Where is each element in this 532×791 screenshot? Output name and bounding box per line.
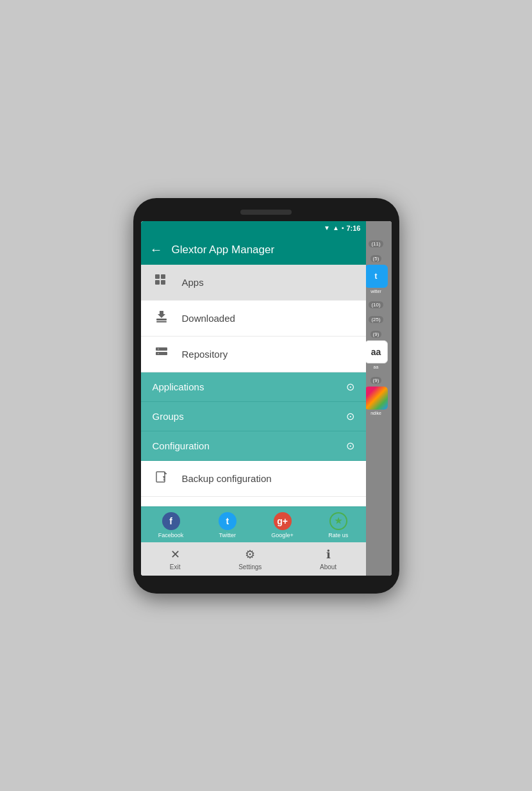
phone-device: (11) (5) t witter (10) (25) (9) aa aa (9… xyxy=(133,198,399,594)
wifi-icon: ▼ xyxy=(324,224,330,231)
about-button[interactable]: ℹ About xyxy=(320,547,337,570)
exit-button[interactable]: ✕ Exit xyxy=(170,547,181,570)
phone-speaker xyxy=(240,210,292,215)
backup-label: Backup configuration xyxy=(182,473,272,484)
about-label: About xyxy=(320,563,337,570)
apps-icon xyxy=(153,274,170,291)
configuration-label: Configuration xyxy=(153,440,210,451)
exit-label: Exit xyxy=(170,563,181,570)
google-icon: g+ xyxy=(274,512,292,530)
settings-icon: ⚙ xyxy=(245,547,255,562)
facebook-label: Facebook xyxy=(158,532,184,538)
menu-item-repository[interactable]: Repository xyxy=(141,337,366,372)
svg-rect-1 xyxy=(161,274,165,279)
downloaded-label: Downloaded xyxy=(182,313,235,324)
bg-twitter-label: witter xyxy=(370,289,381,294)
backup-icon xyxy=(153,470,170,487)
rateus-label: Rate us xyxy=(328,532,348,538)
battery-icon: ▪ xyxy=(342,224,344,231)
applications-label: Applications xyxy=(153,381,204,392)
status-time: 7:16 xyxy=(346,224,360,232)
menu-item-backup[interactable]: Backup configuration xyxy=(141,461,366,497)
signal-icon: ▲ xyxy=(333,224,339,231)
google-label: Google+ xyxy=(271,532,293,538)
about-icon: ℹ xyxy=(326,547,331,562)
menu-item-restore[interactable]: Restore configuration xyxy=(141,497,366,506)
status-bar: ▼ ▲ ▪ 7:16 xyxy=(141,221,366,235)
facebook-button[interactable]: f Facebook xyxy=(158,512,184,538)
star-icon: ★ xyxy=(329,512,347,530)
bg-aa-label: aa xyxy=(374,365,379,369)
action-bar: ✕ Exit ⚙ Settings ℹ About xyxy=(141,542,366,576)
twitter-label: Twitter xyxy=(219,532,237,538)
download-icon xyxy=(153,310,170,327)
svg-rect-3 xyxy=(161,280,165,285)
bg-badge-2: (5) xyxy=(370,255,382,262)
bg-badge-6: (9) xyxy=(370,377,382,384)
exit-icon: ✕ xyxy=(170,547,180,562)
svg-rect-0 xyxy=(155,274,160,279)
settings-button[interactable]: ⚙ Settings xyxy=(238,547,262,570)
bg-photos-label: ndike xyxy=(370,411,381,415)
section-configuration[interactable]: Configuration ⊙ xyxy=(141,431,366,461)
twitter-social-icon: t xyxy=(219,512,237,530)
section-groups[interactable]: Groups ⊙ xyxy=(141,402,366,431)
phone-screen: (11) (5) t witter (10) (25) (9) aa aa (9… xyxy=(141,221,392,576)
bg-badge-4: (25) xyxy=(369,316,383,323)
section-applications[interactable]: Applications ⊙ xyxy=(141,372,366,402)
svg-rect-9 xyxy=(158,348,159,349)
navigation-drawer: ▼ ▲ ▪ 7:16 ← Glextor App Manager xyxy=(141,221,366,576)
settings-label: Settings xyxy=(238,563,262,570)
aa-app-icon: aa xyxy=(365,340,388,363)
applications-chevron: ⊙ xyxy=(346,381,354,393)
svg-rect-4 xyxy=(156,319,167,321)
rateus-button[interactable]: ★ Rate us xyxy=(328,512,348,538)
svg-marker-6 xyxy=(158,311,165,318)
menu-item-downloaded[interactable]: Downloaded xyxy=(141,301,366,337)
twitter-button[interactable]: t Twitter xyxy=(219,512,237,538)
svg-rect-8 xyxy=(156,352,167,355)
svg-rect-10 xyxy=(158,353,159,354)
bg-badge-1: (11) xyxy=(369,240,383,247)
bg-badge-5: (9) xyxy=(370,331,382,338)
menu-list: Apps Downloaded xyxy=(141,265,366,506)
groups-chevron: ⊙ xyxy=(346,410,354,422)
back-button[interactable]: ← xyxy=(150,242,163,257)
svg-rect-2 xyxy=(155,280,160,285)
app-header: ← Glextor App Manager xyxy=(141,235,366,265)
apps-label: Apps xyxy=(182,277,204,288)
social-bar: f Facebook t Twitter g+ Google+ ★ Rate u… xyxy=(141,506,366,542)
svg-rect-7 xyxy=(156,347,167,351)
groups-label: Groups xyxy=(153,411,184,422)
twitter-app-icon: t xyxy=(365,265,388,288)
bg-badge-3: (10) xyxy=(369,301,383,308)
configuration-chevron: ⊙ xyxy=(346,440,354,452)
repository-label: Repository xyxy=(182,349,228,360)
photos-app-icon xyxy=(365,387,388,410)
facebook-icon: f xyxy=(162,512,180,530)
app-title: Glextor App Manager xyxy=(172,244,275,256)
svg-rect-5 xyxy=(156,321,167,322)
repository-icon xyxy=(153,346,170,363)
google-button[interactable]: g+ Google+ xyxy=(271,512,293,538)
menu-item-apps[interactable]: Apps xyxy=(141,265,366,301)
